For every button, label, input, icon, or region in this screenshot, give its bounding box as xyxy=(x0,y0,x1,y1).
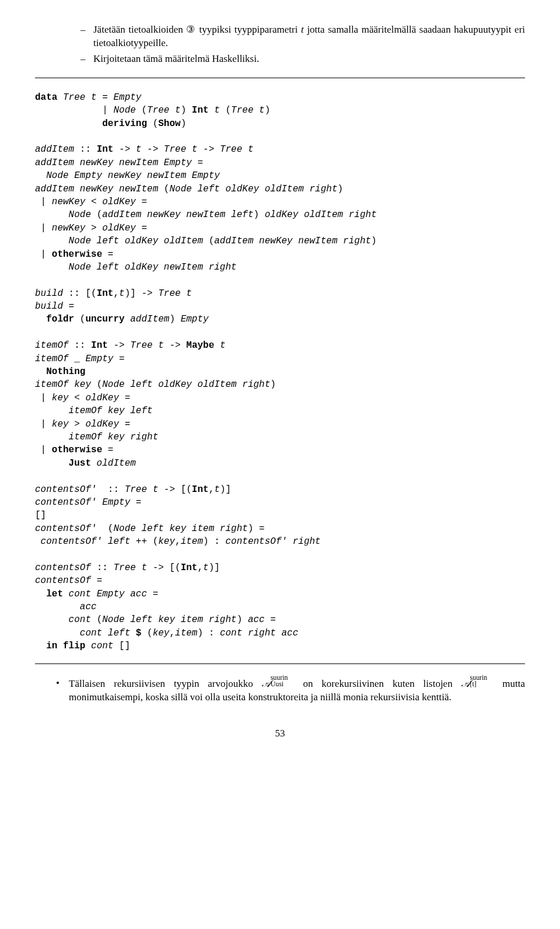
text: Tällaisen rekursiivisen tyypin arvojoukk… xyxy=(69,678,262,689)
footer-bullet: Tällaisen rekursiivisen tyypin arvojoukk… xyxy=(35,677,525,704)
rule-top xyxy=(35,78,525,78)
intro-item-1: Jätetään tietoalkioiden ③ tyypiksi tyypp… xyxy=(93,23,525,50)
math-A2: 𝒜 xyxy=(461,678,470,689)
math-A1-scripts: suurinUusi xyxy=(271,677,295,687)
circled-3: ③ xyxy=(186,24,195,35)
math-A1: 𝒜 xyxy=(262,678,271,689)
intro-list: Jätetään tietoalkioiden ③ tyypiksi tyypp… xyxy=(35,23,525,66)
text: Kirjoitetaan tämä määritelmä Haskelliksi… xyxy=(93,53,259,64)
code-block: data Tree t = Empty | Node (Tree t) Int … xyxy=(35,91,525,653)
page-number: 53 xyxy=(35,727,525,741)
rule-bottom xyxy=(35,663,525,664)
intro-item-2: Kirjoitetaan tämä määritelmä Haskelliksi… xyxy=(93,53,525,66)
math-A2-scripts: suurin[t] xyxy=(470,677,494,687)
text: on korekursiivinen kuten listojen xyxy=(294,678,461,689)
text: Jätetään tietoalkioiden xyxy=(93,24,186,35)
text: tyypiksi tyyppiparametri xyxy=(196,24,301,35)
